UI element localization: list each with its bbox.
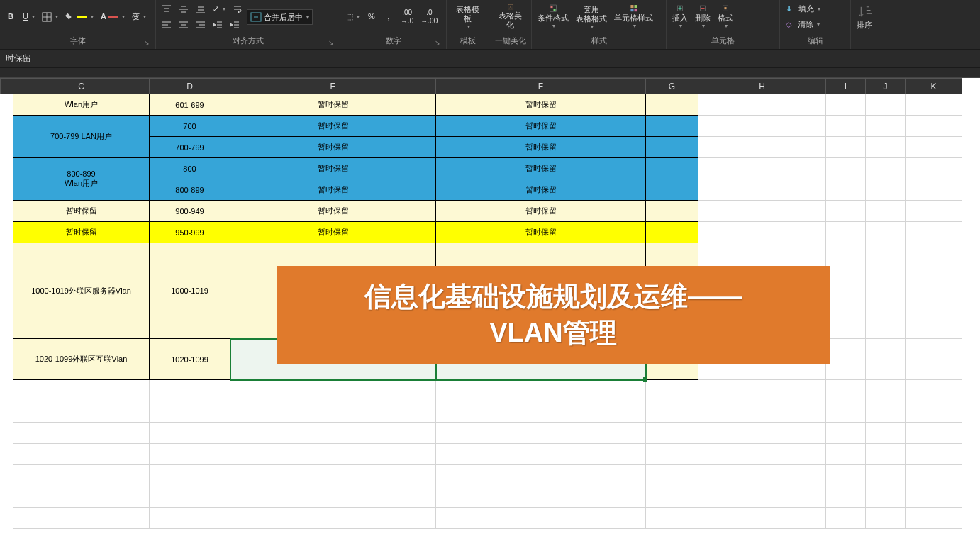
cell[interactable] <box>698 137 826 158</box>
decrease-decimal-button[interactable]: .0→.00 <box>418 9 440 25</box>
table-beautify-button[interactable]: 表格美化 <box>492 3 528 31</box>
cell[interactable] <box>150 508 230 529</box>
cell[interactable] <box>13 444 150 465</box>
cell[interactable]: 900-949 <box>150 201 230 222</box>
cell[interactable]: Wlan用户 <box>13 94 150 116</box>
cell[interactable] <box>698 380 826 401</box>
cell[interactable]: 1000-1019外联区服务器Vlan <box>13 243 150 339</box>
cell[interactable] <box>646 380 698 401</box>
cell[interactable] <box>826 380 866 401</box>
col-I[interactable]: I <box>826 79 866 94</box>
cell[interactable]: 暂时保留 <box>230 137 436 158</box>
cell[interactable]: 暂时保留 <box>230 179 436 201</box>
col-K[interactable]: K <box>906 79 962 94</box>
cell[interactable] <box>698 222 826 243</box>
cell[interactable] <box>1 380 13 401</box>
font-dialog-launcher[interactable] <box>143 38 151 46</box>
cell[interactable] <box>698 116 826 137</box>
cell[interactable] <box>1 486 13 508</box>
cell[interactable] <box>230 401 436 423</box>
cell[interactable] <box>866 339 906 380</box>
align-left-button[interactable] <box>159 17 174 33</box>
cell[interactable] <box>13 423 150 444</box>
cell[interactable]: 暂时保留 <box>230 201 436 222</box>
col-D[interactable]: D <box>150 79 230 94</box>
fill-handle[interactable] <box>643 377 647 382</box>
cell[interactable] <box>150 401 230 423</box>
cell[interactable] <box>826 179 866 201</box>
cell[interactable] <box>866 444 906 465</box>
cell[interactable]: 暂时保留 <box>436 137 646 158</box>
cell[interactable] <box>230 444 436 465</box>
cell[interactable] <box>866 201 906 222</box>
bold-button[interactable]: B <box>3 9 18 25</box>
cell[interactable]: 暂时保留 <box>436 158 646 179</box>
cell[interactable] <box>646 116 698 137</box>
cell[interactable] <box>866 116 906 137</box>
cell[interactable] <box>698 423 826 444</box>
orientation-button[interactable]: ⤢▾ <box>210 1 228 17</box>
cell[interactable] <box>906 444 962 465</box>
cell[interactable]: 暂时保留 <box>13 222 150 243</box>
cell[interactable] <box>906 158 962 179</box>
cell[interactable] <box>13 401 150 423</box>
cell[interactable] <box>906 401 962 423</box>
cell[interactable] <box>150 444 230 465</box>
align-middle-button[interactable] <box>176 1 191 17</box>
cell[interactable] <box>646 94 698 116</box>
cell[interactable] <box>866 179 906 201</box>
cell[interactable] <box>13 465 150 486</box>
cell[interactable] <box>826 339 866 380</box>
cell[interactable]: 暂时保留 <box>230 158 436 179</box>
cell[interactable] <box>698 486 826 508</box>
wrap-text-button[interactable] <box>230 1 245 17</box>
cell[interactable] <box>646 201 698 222</box>
cell[interactable]: 暂时保留 <box>436 179 646 201</box>
merge-center-dropdown[interactable]: 合并后居中 ▾ <box>247 9 313 25</box>
cell[interactable]: 1000-1019 <box>150 243 230 339</box>
align-right-button[interactable] <box>193 17 208 33</box>
cell[interactable] <box>436 423 646 444</box>
cell[interactable] <box>1 508 13 529</box>
cell[interactable]: 800-899Wlan用户 <box>13 158 150 201</box>
align-bottom-button[interactable] <box>193 1 208 17</box>
cell[interactable] <box>906 137 962 158</box>
underline-button[interactable]: U▾ <box>20 9 38 25</box>
cell[interactable] <box>230 465 436 486</box>
cell[interactable] <box>646 444 698 465</box>
increase-indent-button[interactable] <box>227 17 243 33</box>
currency-button[interactable]: ⬚▾ <box>343 9 362 25</box>
cell[interactable] <box>230 508 436 529</box>
cell[interactable]: 暂时保留 <box>436 116 646 137</box>
cell[interactable]: 700 <box>150 116 230 137</box>
cell[interactable] <box>13 380 150 401</box>
cell[interactable] <box>866 508 906 529</box>
cell[interactable] <box>906 94 962 116</box>
cell[interactable] <box>866 243 906 339</box>
percent-button[interactable]: % <box>364 9 379 25</box>
align-dialog-launcher[interactable] <box>327 38 335 46</box>
cell[interactable] <box>646 423 698 444</box>
cell[interactable]: 601-699 <box>150 94 230 116</box>
cell[interactable] <box>906 465 962 486</box>
cell[interactable] <box>826 465 866 486</box>
cell[interactable]: 800-899 <box>150 179 230 201</box>
cell[interactable] <box>866 486 906 508</box>
align-center-button[interactable] <box>176 17 191 33</box>
align-top-button[interactable] <box>159 1 174 17</box>
cell[interactable] <box>906 201 962 222</box>
cell[interactable] <box>1 465 13 486</box>
cell[interactable]: 暂时保留 <box>230 116 436 137</box>
cell[interactable] <box>826 423 866 444</box>
cell[interactable] <box>698 201 826 222</box>
cell[interactable] <box>646 179 698 201</box>
cell[interactable]: 暂时保留 <box>436 94 646 116</box>
cell[interactable] <box>1 401 13 423</box>
col-G[interactable]: G <box>646 79 698 94</box>
cell[interactable] <box>646 486 698 508</box>
col-H[interactable]: H <box>698 79 826 94</box>
cell[interactable]: 700-799 LAN用户 <box>13 116 150 158</box>
cell[interactable] <box>826 486 866 508</box>
cell[interactable]: 暂时保留 <box>230 222 436 243</box>
delete-button[interactable]: 删除▾ <box>692 3 713 31</box>
